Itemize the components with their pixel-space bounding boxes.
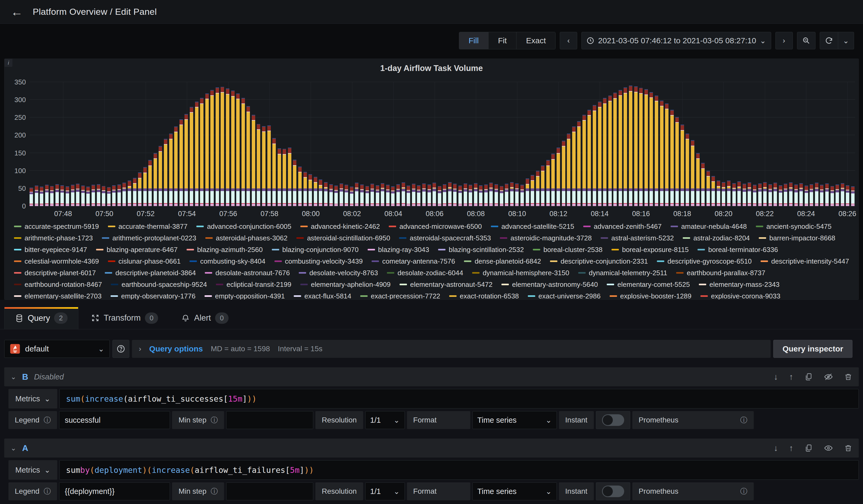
trash-icon[interactable]: [844, 373, 852, 381]
promql-input-B[interactable]: sum(increase(airflow_ti_successes[15m])): [59, 389, 859, 408]
legend-item[interactable]: exact-universe-2986: [528, 292, 601, 300]
trash-icon[interactable]: [844, 444, 852, 452]
legend-item[interactable]: elementary-satellite-2703: [14, 292, 102, 300]
move-up-icon[interactable]: ↑: [789, 372, 793, 382]
tab-transform[interactable]: Transform 0: [80, 307, 169, 329]
time-shift-forward-button[interactable]: ›: [775, 32, 793, 49]
legend-item[interactable]: cislunar-phase-0661: [108, 257, 181, 265]
legend-item[interactable]: arithmetic-phase-1723: [14, 234, 93, 242]
datasource-help-button[interactable]: [112, 340, 129, 358]
legend-item[interactable]: exact-rotation-6538: [449, 292, 519, 300]
query-ref-B[interactable]: B: [22, 372, 28, 382]
tab-query[interactable]: Query 2: [4, 307, 78, 329]
time-shift-back-button[interactable]: ‹: [560, 32, 577, 49]
legend-item[interactable]: blazing-aperature-6467: [96, 246, 178, 254]
legend-item[interactable]: elementary-mass-2343: [699, 280, 779, 288]
legend-item[interactable]: asteroidal-spacecraft-5353: [399, 234, 491, 242]
legend-input-A[interactable]: [59, 482, 170, 500]
query-inspector-button[interactable]: Query inspector: [773, 340, 852, 358]
chevron-down-icon[interactable]: ⌄: [11, 373, 16, 381]
legend-item[interactable]: blazing-azimuth-2560: [187, 246, 263, 254]
refresh-button[interactable]: [820, 32, 838, 49]
legend-item[interactable]: celestial-wormhole-4369: [14, 257, 99, 265]
legend-item[interactable]: dynamical-hemisphere-3150: [472, 269, 569, 277]
time-range-picker[interactable]: 2021-03-05 07:46:12 to 2021-03-05 08:27:…: [581, 32, 771, 49]
instant-toggle-A[interactable]: [602, 486, 624, 497]
query-ref-A[interactable]: A: [22, 443, 28, 453]
duplicate-icon[interactable]: [804, 373, 813, 381]
legend-item[interactable]: descriptive-intensity-5447: [761, 257, 849, 265]
query-header-B[interactable]: ⌄ B Disabled ↓ ↑: [4, 367, 859, 386]
legend-item[interactable]: exact-precession-7722: [360, 292, 440, 300]
legend-item[interactable]: desolate-zodiac-6044: [387, 269, 463, 277]
legend-item[interactable]: barren-impactor-8668: [759, 234, 835, 242]
metrics-dropdown-A[interactable]: Metrics ⌄: [9, 460, 57, 480]
duplicate-icon[interactable]: [804, 444, 813, 452]
legend-item[interactable]: boreal-cluster-2538: [533, 246, 602, 254]
legend-item[interactable]: asteroidal-scintillation-6950: [296, 234, 390, 242]
min-step-input-B[interactable]: [226, 411, 313, 429]
legend-item[interactable]: amateur-nebula-4648: [671, 223, 747, 230]
move-up-icon[interactable]: ↑: [789, 443, 793, 453]
legend-item[interactable]: descriptive-planetoid-3864: [105, 269, 196, 277]
legend-item[interactable]: elementary-aphelion-4909: [300, 280, 391, 288]
legend-item[interactable]: advanced-satellite-5215: [491, 223, 574, 230]
legend-item[interactable]: boreal-terminator-6336: [698, 246, 778, 254]
eye-icon[interactable]: [824, 444, 833, 453]
legend-item[interactable]: descriptive-planet-6017: [14, 269, 96, 277]
legend-item[interactable]: boreal-exposure-8115: [612, 246, 689, 254]
legend-item[interactable]: exact-flux-5814: [294, 292, 351, 300]
chevron-down-icon[interactable]: ⌄: [11, 444, 16, 452]
query-header-A[interactable]: ⌄ A ↓ ↑: [4, 439, 859, 457]
legend-item[interactable]: advanced-zenith-5467: [583, 223, 662, 230]
legend-item[interactable]: earthbound-rotation-8467: [14, 280, 102, 288]
stacked-bar-chart-plot-area[interactable]: 050100150200250300350: [29, 82, 855, 206]
legend-item[interactable]: desolate-velocity-8763: [299, 269, 378, 277]
instant-toggle-B[interactable]: [602, 414, 624, 426]
legend-item[interactable]: dense-planetoid-6842: [464, 257, 541, 265]
format-select-B[interactable]: Time series⌄: [472, 411, 557, 429]
datasource-picker[interactable]: default ⌄: [4, 340, 110, 358]
legend-item[interactable]: astral-zodiac-8204: [683, 234, 750, 242]
refresh-interval-dropdown[interactable]: ⌄: [838, 32, 854, 49]
legend-item[interactable]: descriptive-gyroscope-6510: [657, 257, 752, 265]
legend-item[interactable]: cometary-antenna-7576: [372, 257, 455, 265]
legend-item[interactable]: advanced-conjunction-6005: [196, 223, 291, 230]
legend-item[interactable]: empty-observatory-1776: [111, 292, 196, 300]
legend-item[interactable]: empty-opposition-4391: [204, 292, 285, 300]
legend-item[interactable]: elementary-astronaut-5472: [400, 280, 492, 288]
metrics-dropdown-B[interactable]: Metrics ⌄: [9, 389, 57, 408]
legend-item[interactable]: bitter-eyepiece-9147: [14, 246, 87, 254]
legend-item[interactable]: blazing-conjunction-9070: [272, 246, 359, 254]
back-arrow-icon[interactable]: ←: [9, 4, 25, 20]
legend-item[interactable]: accurate-thermal-3877: [108, 223, 188, 230]
format-select-A[interactable]: Time series⌄: [472, 482, 557, 500]
legend-item[interactable]: blazing-scintillation-2532: [438, 246, 524, 254]
legend-item[interactable]: ancient-synodic-5475: [756, 223, 831, 230]
resolution-select-A[interactable]: 1/1⌄: [365, 482, 405, 500]
legend-item[interactable]: arithmetic-protoplanet-0223: [102, 234, 196, 242]
legend-item[interactable]: explosive-corona-9033: [700, 292, 780, 300]
legend-item[interactable]: asteroidal-phases-3062: [205, 234, 288, 242]
legend-item[interactable]: combusting-velocity-3439: [274, 257, 363, 265]
promql-input-A[interactable]: sum by (deployment)(increase(airflow_ti_…: [59, 460, 859, 480]
move-down-icon[interactable]: ↓: [774, 372, 778, 382]
legend-item[interactable]: asteroidic-magnitude-3728: [500, 234, 592, 242]
legend-item[interactable]: earthbound-spaceship-9524: [111, 280, 207, 288]
resolution-select-B[interactable]: 1/1⌄: [365, 411, 405, 429]
legend-item[interactable]: earthbound-parallax-8737: [676, 269, 765, 277]
legend-item[interactable]: dynamical-telemetry-2511: [578, 269, 667, 277]
move-down-icon[interactable]: ↓: [774, 443, 778, 453]
legend-item[interactable]: combusting-sky-8404: [189, 257, 265, 265]
legend-item[interactable]: advanced-kinetic-2462: [300, 223, 380, 230]
eye-slash-icon[interactable]: [824, 372, 833, 381]
min-step-input-A[interactable]: [226, 482, 313, 500]
legend-item[interactable]: advanced-microwave-6500: [389, 223, 481, 230]
tab-alert[interactable]: Alert 0: [171, 307, 239, 329]
query-options-toggle[interactable]: Query options: [149, 344, 203, 353]
legend-item[interactable]: accurate-spectrum-5919: [14, 223, 99, 230]
legend-input-B[interactable]: [59, 411, 170, 429]
legend-item[interactable]: descriptive-conjunction-2331: [550, 257, 648, 265]
legend-item[interactable]: explosive-booster-1289: [610, 292, 691, 300]
legend-item[interactable]: ecliptical-transit-2199: [216, 280, 291, 288]
